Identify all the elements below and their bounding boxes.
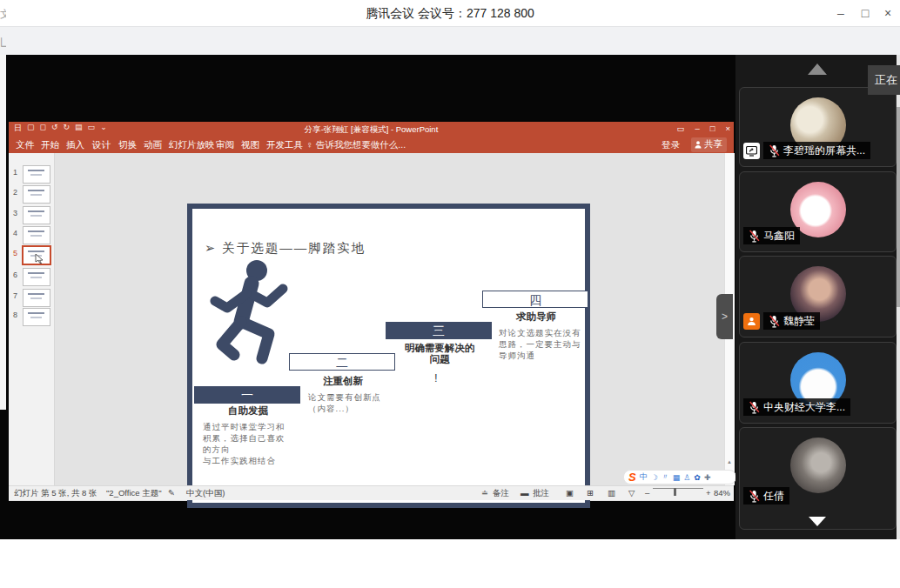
comments-icon: ▬ — [521, 488, 529, 498]
powerpoint-window: 日 ▢ ◻ ↺ ↻ ▤ ▭ ⌄ 分享-张翔虹 [兼容模式] - PowerPoi… — [9, 122, 734, 501]
tab-animations[interactable]: 动画 — [144, 139, 162, 151]
step-3-exclamation: ! — [434, 372, 445, 384]
mic-muted-icon — [749, 230, 760, 243]
slideshow-view-icon[interactable]: ▽ — [628, 488, 635, 498]
notes-icon: ≐ — [481, 488, 488, 498]
ppt-titlebar: 日 ▢ ◻ ↺ ↻ ▤ ▭ ⌄ 分享-张翔虹 [兼容模式] - PowerPoi… — [9, 122, 734, 137]
theme-name: "2_Office 主题" — [106, 488, 162, 499]
punctuation-icon[interactable]: 〃 — [662, 471, 669, 483]
account-icon[interactable]: ♙ — [683, 473, 690, 482]
ppt-close-button[interactable]: × — [725, 124, 730, 133]
skin-icon[interactable]: ✿ — [694, 473, 701, 482]
slide-thumb-4[interactable]: 4 — [9, 225, 54, 244]
ppt-maximize-button[interactable]: □ — [710, 124, 715, 133]
step-3-bar: 三 — [386, 322, 492, 339]
participant-tile[interactable]: 任倩 — [739, 427, 897, 530]
tencent-meeting-window: 腾讯会议 会议号：277 128 800 – □ × 文 凵 01:06:36 — [0, 0, 900, 588]
comments-button[interactable]: 批注 — [533, 488, 549, 499]
host-badge-icon — [743, 313, 760, 330]
maximize-button[interactable]: □ — [855, 3, 876, 23]
slide-title: ➢ 关于选题——脚踏实地 — [205, 240, 366, 257]
slide-thumb-1[interactable]: 1 — [9, 164, 54, 184]
screen-share-icon — [743, 143, 760, 159]
step-4-bar: 四 — [482, 291, 588, 308]
participant-tile[interactable]: 魏静莹 — [739, 256, 897, 337]
ppt-window-controls: ▭ – □ × — [676, 124, 730, 133]
slide-thumb-2[interactable]: 2 — [9, 184, 54, 204]
notes-button[interactable]: 备注 — [493, 488, 509, 499]
participants-scrollbar[interactable] — [897, 55, 900, 539]
participant-name: 李碧瑶的屏幕共... — [783, 144, 865, 158]
step-4-heading: 求助导师 — [491, 311, 581, 323]
participant-tile[interactable]: 李碧瑶的屏幕共... — [739, 87, 897, 167]
full-half-width-icon[interactable]: ☽ — [651, 473, 658, 482]
meeting-toolbar-top: 凵 01:06:36 — [0, 26, 900, 56]
tab-insert[interactable]: 插入 — [66, 139, 84, 151]
step-2-bar: 二 — [289, 353, 395, 371]
scroll-down-arrow[interactable] — [809, 517, 826, 526]
zoom-slider-handle[interactable] — [674, 488, 676, 496]
ppt-login-button[interactable]: 登录 — [662, 139, 680, 151]
ppt-display-settings-icon[interactable]: ▭ — [676, 124, 684, 133]
participant-tile[interactable]: 中央财经大学李... — [739, 342, 897, 424]
zoom-level[interactable]: 84% — [714, 488, 730, 498]
participant-name: 马鑫阳 — [763, 229, 795, 244]
tab-slideshow[interactable]: 幻灯片放映 — [169, 139, 215, 151]
step-2-body: 论文需要有创新点 （内容...） — [308, 391, 395, 414]
ppt-window-title: 分享-张翔虹 [兼容模式] - PowerPoint — [9, 124, 734, 136]
step-3-heading: 明确需要解决的 问题 — [394, 343, 485, 365]
zoom-out-button[interactable]: – — [645, 488, 649, 498]
mic-muted-icon — [749, 490, 760, 503]
avatar — [790, 438, 846, 493]
background-window-fragment: 文 — [0, 7, 6, 22]
slide-thumb-7[interactable]: 7 — [9, 288, 54, 307]
chevron-right-icon: > — [722, 311, 728, 323]
sogou-logo: S — [628, 471, 636, 484]
soft-keyboard-icon[interactable]: ▦ — [673, 473, 681, 482]
slide-thumb-6[interactable]: 6 — [9, 267, 54, 286]
normal-view-icon[interactable]: ▣ — [566, 488, 574, 498]
toolbox-icon[interactable]: ✚ — [704, 473, 711, 482]
mic-muted-icon — [749, 401, 760, 414]
tab-design[interactable]: 设计 — [92, 139, 111, 151]
slide-thumb-8[interactable]: 8 — [9, 307, 54, 326]
video-panel-toggle-handle[interactable]: > — [716, 294, 733, 339]
reading-view-icon[interactable]: ▥ — [608, 488, 615, 498]
person-icon — [695, 141, 702, 149]
background-window-sliver — [0, 55, 6, 410]
ppt-ribbon-tabs: 文件 开始 插入 设计 切换 动画 幻灯片放映 审阅 视图 开发工具 ♀ 告诉我… — [9, 137, 734, 153]
language-indicator[interactable]: 中文(中国) — [186, 488, 225, 499]
ppt-share-button[interactable]: 共享 — [691, 137, 727, 152]
meeting-bottom-toolbar: 解除静音 开启视频 共享屏幕 — [0, 539, 900, 588]
ppt-minimize-button[interactable]: – — [695, 124, 699, 133]
chinese-mode-icon[interactable]: 中 — [640, 471, 648, 483]
zoom-slider-track[interactable] — [653, 488, 703, 489]
running-person-icon — [208, 257, 295, 378]
tab-transitions[interactable]: 切换 — [118, 139, 137, 151]
minimize-button[interactable]: – — [830, 3, 851, 23]
participant-name: 中央财经大学李... — [763, 400, 845, 415]
step-4-body: 对论文选题实在没有 思路，一定要主动与 导师沟通 — [499, 327, 586, 361]
tell-me-box[interactable]: ♀ 告诉我您想要做什么... — [306, 139, 406, 151]
zoom-in-button[interactable]: + — [706, 488, 711, 498]
spellcheck-icon[interactable]: ✎ — [168, 488, 175, 498]
slide-5-content[interactable]: ➢ 关于选题——脚踏实地 一 自助发掘 通过平时课堂学习和 积累，选择自己喜 — [187, 204, 590, 508]
tab-home[interactable]: 开始 — [41, 139, 59, 151]
close-button[interactable]: × — [877, 3, 898, 23]
slide-thumb-5-selected[interactable]: 5 — [9, 245, 54, 264]
mic-muted-icon — [769, 315, 780, 328]
participants-panel: 正在 李碧瑶的屏幕共... 马鑫阳 魏 — [735, 55, 900, 539]
scroll-up-arrow[interactable] — [808, 63, 827, 75]
slide-thumb-3[interactable]: 3 — [9, 205, 54, 224]
participant-tile[interactable]: 马鑫阳 — [739, 171, 897, 252]
tab-file[interactable]: 文件 — [16, 139, 34, 151]
speaking-tooltip: 正在 — [868, 65, 900, 95]
tab-review[interactable]: 审阅 — [216, 139, 234, 151]
tab-developer[interactable]: 开发工具 — [266, 139, 303, 151]
step-1-bar: 一 — [194, 386, 300, 404]
sogou-ime-bar[interactable]: S 中 ☽ 〃 ▦ ♙ ✿ ✚ — [623, 470, 736, 484]
participant-name: 魏静莹 — [783, 314, 815, 329]
tab-view[interactable]: 视图 — [241, 139, 259, 151]
step-1-body: 通过平时课堂学习和 积累，选择自己喜欢 的方向 与工作实践相结合 — [203, 421, 286, 466]
slide-sorter-icon[interactable]: ⊞ — [587, 488, 594, 498]
